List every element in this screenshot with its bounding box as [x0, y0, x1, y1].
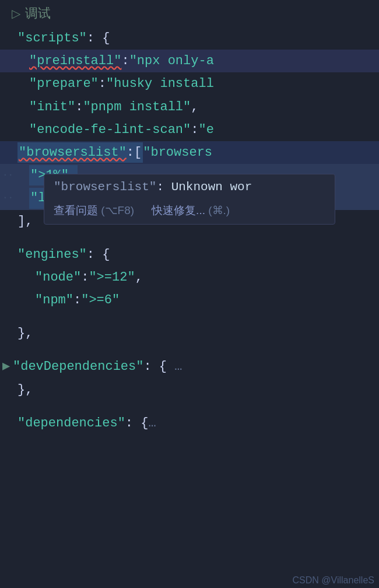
debug-label: 调试 [25, 5, 51, 22]
code-text: "scripts" [17, 28, 87, 48]
code-text: "devDependencies" [13, 359, 143, 374]
debug-bar: ▷ 调试 [0, 0, 379, 27]
code-line: "init":"pnpm install", [0, 96, 379, 118]
spacer [0, 312, 379, 322]
code-text: "preinstall" [29, 51, 121, 71]
code-text: "node" [35, 267, 81, 288]
spacer [0, 233, 379, 243]
code-text: "prepare" [29, 74, 99, 94]
spacer [0, 401, 379, 412]
spacer [0, 345, 379, 355]
debug-icon: ▷ [12, 6, 20, 20]
code-line: ▶ "devDependencies": { … [0, 355, 379, 378]
code-text: } [17, 323, 25, 344]
code-text: "engines" [17, 244, 87, 265]
code-line: "node": ">=12", [0, 266, 379, 289]
code-line: "browserslist":[ "browsers [0, 141, 379, 164]
view-problem-action[interactable]: 查看问题 (⌥F8) [54, 203, 134, 218]
code-text: ] [17, 211, 25, 232]
code-line: "encode-fe-lint-scan": "e [0, 118, 379, 141]
code-line: "npm":">=6" [0, 289, 379, 312]
quick-fix-action[interactable]: 快速修复... (⌘.) [152, 203, 230, 218]
tooltip-actions: 查看问题 (⌥F8) 快速修复... (⌘.) [44, 200, 335, 224]
code-line: "preinstall": "npx only-a [0, 50, 379, 72]
code-line: "dependencies": { … [0, 412, 379, 435]
code-text: "dependencies" [17, 413, 125, 433]
code-editor: ▷ 调试 "scripts": { "preinstall": "npx onl… [0, 0, 379, 588]
tooltip-text: "browserslist": Unknown wor [44, 174, 335, 200]
code-text: } [17, 380, 25, 400]
code-line: }, [0, 379, 379, 401]
code-line: "scripts": { [0, 27, 379, 50]
code-line: "prepare": "husky install [0, 72, 379, 95]
watermark: CSDN @VillanelleS [293, 575, 374, 586]
code-line: "engines": { [0, 243, 379, 266]
code-selected: "browserslist":[ [17, 142, 143, 163]
code-text: "npm" [35, 290, 73, 310]
code-text: "encode-fe-lint-scan" [29, 120, 191, 140]
collapse-arrow[interactable]: ▶ [2, 356, 10, 377]
tooltip-popup: "browserslist": Unknown wor 查看问题 (⌥F8) 快… [44, 174, 335, 225]
code-line: }, [0, 322, 379, 345]
code-text: "init" [29, 97, 75, 117]
